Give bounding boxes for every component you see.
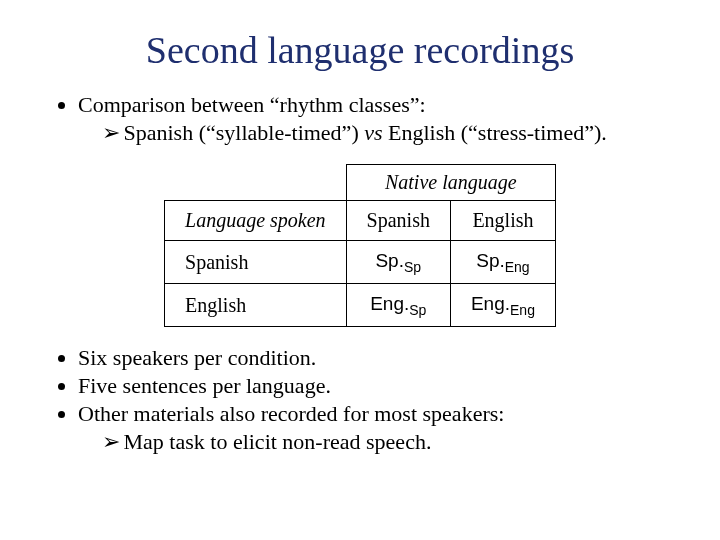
table-row: English Eng.Sp Eng.Eng [165,284,556,327]
cell-eng-eng: Eng.Eng [450,284,555,327]
cell-sp-eng: Sp.Eng [450,241,555,284]
table-row: Native language [165,165,556,201]
table-wrap: Native language Language spoken Spanish … [50,164,670,327]
arrow-icon: ➢ [102,120,118,146]
page-title: Second language recordings [50,28,670,72]
col-spanish: Spanish [346,201,450,241]
cell-sub: Sp [404,259,421,275]
bottom-bullets: Six speakers per condition. Five sentenc… [50,345,670,455]
top-bullets: Comparison between “rhythm classes”: ➢ S… [50,92,670,146]
col-english: English [450,201,555,241]
table-row: Language spoken Spanish English [165,201,556,241]
cell-sub: Eng [510,302,535,318]
cell-main: Sp. [375,250,404,271]
bullet-comparison: Comparison between “rhythm classes”: ➢ S… [78,92,670,146]
row-spanish-label: Spanish [165,241,347,284]
bullet-text: Other materials also recorded for most s… [78,401,504,426]
cell-main: Eng. [370,293,409,314]
table-row: Spanish Sp.Sp Sp.Eng [165,241,556,284]
bullet-sentences: Five sentences per language. [78,373,670,399]
cell-sp-sp: Sp.Sp [346,241,450,284]
sub-text: Map task to elicit non-read speech. [124,429,432,454]
row-english-label: English [165,284,347,327]
cell-sub: Sp [409,302,426,318]
cell-sub: Eng [505,259,530,275]
slide: Second language recordings Comparison be… [0,0,720,540]
sub-bullet: ➢ Map task to elicit non-read speech. [102,429,670,455]
corner-cell [165,165,347,201]
sub-bullet: ➢ Spanish (“syllable-timed”) vs English … [102,120,670,146]
bullet-text: Comparison between “rhythm classes”: [78,92,426,117]
sub-text-b: English (“stress-timed”). [383,120,607,145]
cell-main: Sp. [476,250,505,271]
sub-text-a: Spanish (“syllable-timed”) [124,120,365,145]
bullet-materials: Other materials also recorded for most s… [78,401,670,455]
row-header-label: Language spoken [165,201,347,241]
native-language-header: Native language [346,165,555,201]
cell-eng-sp: Eng.Sp [346,284,450,327]
bullet-speakers: Six speakers per condition. [78,345,670,371]
conditions-table: Native language Language spoken Spanish … [164,164,556,327]
cell-main: Eng. [471,293,510,314]
sub-text-vs: vs [364,120,382,145]
arrow-icon: ➢ [102,429,118,455]
